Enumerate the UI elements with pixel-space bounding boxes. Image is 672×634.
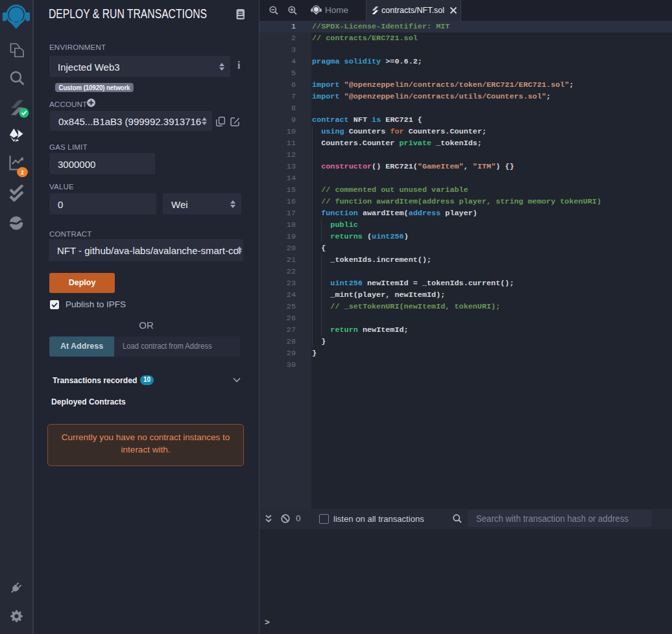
svg-text:1: 1 [21, 169, 24, 176]
